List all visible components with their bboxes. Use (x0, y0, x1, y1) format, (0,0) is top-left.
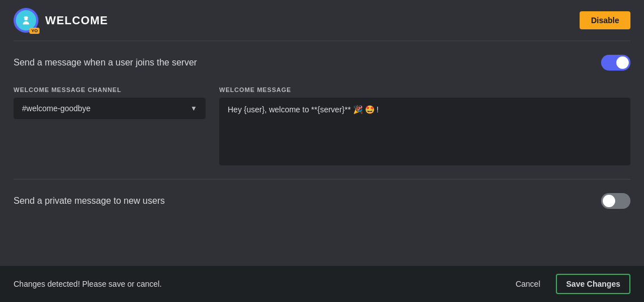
message-group: WELCOME MESSAGE Hey {user}, welcome to *… (219, 86, 630, 165)
channel-label: WELCOME MESSAGE CHANNEL (14, 86, 206, 93)
svg-point-0 (24, 16, 28, 20)
chevron-down-icon: ▼ (190, 104, 197, 112)
save-bar-actions: Cancel Save Changes (507, 274, 630, 294)
join-message-toggle-row: Send a message when a user joins the ser… (14, 55, 630, 71)
section-divider (14, 179, 630, 180)
form-row: WELCOME MESSAGE CHANNEL #welcome-goodbye… (14, 86, 630, 165)
app-title: WELCOME (45, 14, 108, 27)
channel-select-value: #welcome-goodbye (22, 104, 90, 113)
svg-point-2 (28, 17, 30, 20)
message-textarea[interactable]: Hey {user}, welcome to **{server}** 🎉 🤩 … (219, 98, 630, 165)
private-message-label: Send a private message to new users (14, 196, 165, 206)
private-message-toggle[interactable] (601, 193, 630, 209)
main-content: Send a message when a user joins the ser… (0, 41, 644, 222)
bot-avatar: YO (14, 8, 38, 33)
app-header: YO WELCOME Disable (0, 0, 644, 41)
private-message-toggle-row: Send a private message to new users (14, 193, 630, 209)
svg-point-1 (23, 17, 25, 20)
toggle-knob (616, 56, 629, 69)
save-changes-button[interactable]: Save Changes (556, 274, 630, 294)
channel-group: WELCOME MESSAGE CHANNEL #welcome-goodbye… (14, 86, 206, 165)
join-message-toggle[interactable] (601, 55, 630, 71)
bot-badge: YO (29, 28, 40, 34)
cancel-button[interactable]: Cancel (507, 275, 550, 293)
save-bar: Changes detected! Please save or cancel.… (0, 266, 644, 302)
channel-select[interactable]: #welcome-goodbye ▼ (14, 98, 206, 119)
toggle-knob-2 (603, 195, 615, 207)
header-left: YO WELCOME (14, 8, 108, 33)
join-message-label: Send a message when a user joins the ser… (14, 58, 197, 68)
disable-button[interactable]: Disable (580, 11, 630, 29)
save-bar-message: Changes detected! Please save or cancel. (14, 279, 162, 288)
message-label: WELCOME MESSAGE (219, 86, 630, 93)
